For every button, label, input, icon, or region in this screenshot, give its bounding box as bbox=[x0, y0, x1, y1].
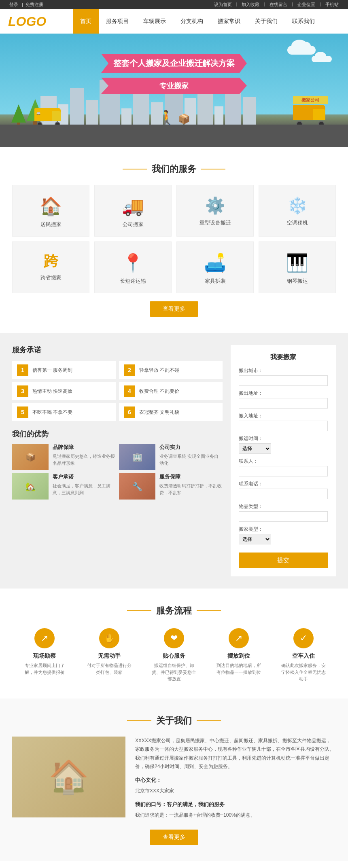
header: LOGO 首页 服务项目 车辆展示 分支机构 搬家常识 关于我们 联系我们 bbox=[0, 9, 348, 34]
flow-name-4: 摆放到位 bbox=[206, 652, 271, 660]
promise-text-1: 信誉第一 服务周到 bbox=[32, 367, 72, 374]
form-input-city[interactable] bbox=[239, 375, 328, 386]
promise-num-1: 1 bbox=[17, 364, 28, 376]
service-card-6[interactable]: 📍 长短途运输 bbox=[94, 241, 172, 293]
services-title-line: 我们的服务 bbox=[123, 163, 225, 175]
online-message-link[interactable]: 在线留言 bbox=[269, 2, 287, 8]
form-label-goods: 物品类型： bbox=[239, 503, 328, 510]
form-row-type: 搬家类型： 选择 bbox=[239, 526, 328, 544]
advantage-content-2: 公司实力 业务调查系统 实现全面业务自动化 bbox=[159, 444, 223, 466]
form-select-time[interactable]: 选择 bbox=[239, 443, 271, 454]
form-submit-btn[interactable]: 提交 bbox=[239, 553, 328, 568]
form-select-type[interactable]: 选择 bbox=[239, 534, 271, 544]
promise-text-4: 收费合理 不乱要价 bbox=[139, 388, 179, 395]
service-card-1[interactable]: 🏠 居民搬家 bbox=[12, 185, 89, 237]
form-input-from[interactable] bbox=[239, 398, 328, 409]
register-link[interactable]: 免费注册 bbox=[25, 2, 43, 7]
advantage-item-3: 🏡 客户承诺 社会满足，客户满意，员工满意，三满意到到 bbox=[12, 473, 116, 500]
nav-vehicles[interactable]: 车辆展示 bbox=[136, 9, 173, 34]
flow-icon-5: ✓ bbox=[293, 628, 314, 648]
form-label-time: 搬运时间： bbox=[239, 435, 328, 442]
promise-num-5: 5 bbox=[17, 406, 28, 418]
nav-branches[interactable]: 分支机构 bbox=[173, 9, 210, 34]
flow-icon-3: ❤ bbox=[164, 628, 184, 648]
nav-about[interactable]: 关于我们 bbox=[248, 9, 285, 34]
service-card-7[interactable]: 🛋️ 家具拆装 bbox=[176, 241, 254, 293]
advantage-img-4: 🔧 bbox=[119, 473, 155, 500]
hero-ground bbox=[0, 125, 348, 147]
form-row-phone: 联系电话： bbox=[239, 481, 328, 499]
nav-knowledge[interactable]: 搬家常识 bbox=[210, 9, 248, 34]
hero-banner-2: 专业搬家 bbox=[101, 78, 247, 94]
service-card-4[interactable]: ❄️ 空调移机 bbox=[259, 185, 336, 237]
form-input-goods[interactable] bbox=[239, 511, 328, 522]
advantage-img-3: 🏡 bbox=[12, 473, 49, 500]
advantage-desc-1: 见过搬家历史悠久，铸造业务报名品牌形象 bbox=[53, 453, 116, 466]
advantage-content-3: 客户承诺 社会满足，客户满意，员工满意，三满意到到 bbox=[53, 473, 116, 496]
about-title-line-right bbox=[197, 720, 221, 721]
form-label-type: 搬家类型： bbox=[239, 526, 328, 533]
hero-banner-1: 整套个人搬家及企业搬迁解决方案 bbox=[101, 54, 247, 73]
add-favorite-link[interactable]: 加入收藏 bbox=[242, 2, 259, 8]
service-icon-1: 🏠 bbox=[40, 197, 62, 215]
flow-section: 服务流程 ↗ 现场勘察 专业家居顾问上门了解，并为您提供报价 ✋ 无需动手 付对… bbox=[0, 589, 348, 699]
service-card-2[interactable]: 🚚 公司搬家 bbox=[94, 185, 172, 237]
form-row-name: 联系人： bbox=[239, 458, 328, 476]
service-icon-8: 🎹 bbox=[286, 254, 308, 272]
promise-item-1: 1 信誉第一 服务周到 bbox=[12, 361, 116, 379]
hero-text-area: 整套个人搬家及企业搬迁解决方案 专业搬家 bbox=[101, 54, 247, 94]
nav-home[interactable]: 首页 bbox=[73, 9, 99, 34]
service-label-4: 空调移机 bbox=[287, 219, 308, 227]
form-row-city: 搬出城市： bbox=[239, 367, 328, 386]
about-title-line: 关于我们 bbox=[127, 715, 221, 727]
service-label-5: 跨省搬家 bbox=[40, 274, 62, 282]
advantage-item-2: 🏢 公司实力 业务调查系统 实现全面业务自动化 bbox=[119, 444, 223, 470]
service-label-7: 家具拆装 bbox=[205, 277, 226, 285]
promise-text-3: 热情主动 快速高效 bbox=[32, 388, 72, 395]
flow-step-1: ↗ 现场勘察 专业家居顾问上门了解，并为您提供报价 bbox=[12, 628, 77, 682]
services-title-wrap: 我们的服务 bbox=[12, 163, 336, 175]
promise-item-4: 4 收费合理 不乱要价 bbox=[119, 382, 223, 400]
top-bar-left: 登录 | 免费注册 bbox=[8, 2, 46, 8]
service-icon-7: 🛋️ bbox=[204, 254, 226, 272]
nav-contact[interactable]: 联系我们 bbox=[285, 9, 322, 34]
flow-steps: ↗ 现场勘察 专业家居顾问上门了解，并为您提供报价 ✋ 无需动手 付对于所有物品… bbox=[12, 628, 336, 682]
location-link[interactable]: 企业位置 bbox=[297, 2, 315, 8]
service-card-8[interactable]: 🎹 钢琴搬运 bbox=[259, 241, 336, 293]
login-link[interactable]: 登录 bbox=[9, 2, 18, 7]
mobile-link[interactable]: 手机站 bbox=[325, 2, 339, 8]
service-card-3[interactable]: ⚙️ 重型设备搬迁 bbox=[176, 185, 254, 237]
promise-num-6: 6 bbox=[124, 406, 135, 418]
service-label-3: 重型设备搬迁 bbox=[199, 219, 231, 227]
about-image: 🏠 bbox=[12, 737, 125, 817]
about-main-text: XXXXX搬家公司，是集居民搬家、中心搬迁、超间搬迁、家具搬拆、搬拆至大件物品搬… bbox=[135, 737, 336, 771]
set-homepage-link[interactable]: 设为首页 bbox=[214, 2, 232, 8]
form-label-to: 搬入地址： bbox=[239, 413, 328, 419]
flow-desc-1: 专业家居顾问上门了解，并为您提供报价 bbox=[20, 662, 69, 675]
promise-item-2: 2 轻拿轻放 不乱不碰 bbox=[119, 361, 223, 379]
service-icon-4: ❄️ bbox=[287, 197, 308, 214]
flow-desc-5: 确认此次搬家服务，安宁轻松入住全程无忧志动手 bbox=[279, 662, 328, 682]
form-label-city: 搬出城市： bbox=[239, 367, 328, 374]
about-content: 🏠 XXXXX搬家公司，是集居民搬家、中心搬迁、超间搬迁、家具搬拆、搬拆至大件物… bbox=[12, 737, 336, 820]
promise-text-2: 轻拿轻放 不乱不碰 bbox=[139, 367, 179, 374]
form-title: 我要搬家 bbox=[239, 353, 328, 362]
service-card-5[interactable]: 跨 跨省搬家 bbox=[12, 241, 89, 293]
advantage-name-2: 公司实力 bbox=[159, 444, 223, 451]
service-label-2: 公司搬家 bbox=[123, 221, 144, 228]
form-input-to[interactable] bbox=[239, 421, 328, 431]
title-line-left bbox=[123, 169, 147, 169]
flow-title-line: 服务流程 bbox=[127, 605, 221, 617]
form-input-name[interactable] bbox=[239, 466, 328, 476]
logo: LOGO bbox=[8, 14, 65, 29]
form-input-phone[interactable] bbox=[239, 489, 328, 499]
top-bar-right: 设为首页 | 加入收藏 | 在线留言 | 企业位置 | 手机站 bbox=[213, 2, 340, 8]
nav-services[interactable]: 服务项目 bbox=[99, 9, 136, 34]
advantage-title: 我们的优势 bbox=[12, 429, 223, 439]
flow-title: 服务流程 bbox=[156, 605, 192, 617]
about-more-btn[interactable]: 查看更多 bbox=[150, 830, 198, 845]
services-more-btn[interactable]: 查看更多 bbox=[150, 301, 198, 317]
cloud-1 bbox=[287, 46, 316, 55]
flow-desc-4: 到达目的地的地后，所有位物品一一摆放到位 bbox=[214, 662, 263, 675]
form-label-phone: 联系电话： bbox=[239, 481, 328, 487]
